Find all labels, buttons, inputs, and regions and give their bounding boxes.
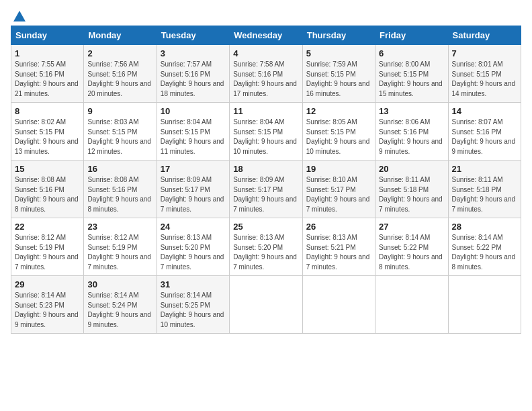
day-info: Sunrise: 8:14 AM Sunset: 5:25 PM Dayligh… <box>161 291 226 330</box>
day-info: Sunrise: 8:14 AM Sunset: 5:24 PM Dayligh… <box>87 291 152 330</box>
day-info: Sunrise: 8:13 AM Sunset: 5:20 PM Dayligh… <box>233 233 298 272</box>
day-info: Sunrise: 8:08 AM Sunset: 5:16 PM Dayligh… <box>87 175 152 214</box>
day-of-week-friday: Friday <box>375 26 448 45</box>
day-number: 17 <box>161 164 226 174</box>
day-info: Sunrise: 8:13 AM Sunset: 5:20 PM Dayligh… <box>161 233 226 272</box>
calendar-cell: 11 Sunrise: 8:04 AM Sunset: 5:15 PM Dayl… <box>230 103 302 161</box>
calendar-cell: 2 Sunrise: 7:56 AM Sunset: 5:16 PM Dayli… <box>84 45 157 103</box>
day-number: 1 <box>15 48 80 58</box>
calendar-cell: 13 Sunrise: 8:06 AM Sunset: 5:16 PM Dayl… <box>375 103 448 161</box>
day-number: 26 <box>306 222 371 232</box>
day-info: Sunrise: 7:57 AM Sunset: 5:16 PM Dayligh… <box>161 60 226 99</box>
calendar-cell: 23 Sunrise: 8:12 AM Sunset: 5:19 PM Dayl… <box>84 218 157 276</box>
day-info: Sunrise: 8:09 AM Sunset: 5:17 PM Dayligh… <box>233 175 298 214</box>
day-of-week-tuesday: Tuesday <box>157 26 229 45</box>
day-info: Sunrise: 8:04 AM Sunset: 5:15 PM Dayligh… <box>233 118 298 156</box>
calendar-cell: 28 Sunrise: 8:14 AM Sunset: 5:22 PM Dayl… <box>448 218 521 276</box>
day-info: Sunrise: 8:11 AM Sunset: 5:18 PM Dayligh… <box>379 175 444 214</box>
day-info: Sunrise: 7:56 AM Sunset: 5:16 PM Dayligh… <box>87 60 152 99</box>
day-number: 5 <box>306 48 371 58</box>
day-of-week-monday: Monday <box>84 26 157 45</box>
day-number: 24 <box>161 222 226 232</box>
day-info: Sunrise: 8:03 AM Sunset: 5:15 PM Dayligh… <box>87 118 152 156</box>
calendar-cell: 19 Sunrise: 8:10 AM Sunset: 5:17 PM Dayl… <box>302 161 375 218</box>
day-number: 27 <box>379 222 444 232</box>
day-number: 6 <box>379 48 444 58</box>
day-number: 18 <box>233 164 298 174</box>
day-number: 16 <box>87 164 152 174</box>
calendar-cell: 5 Sunrise: 7:59 AM Sunset: 5:15 PM Dayli… <box>302 45 375 103</box>
calendar-cell: 20 Sunrise: 8:11 AM Sunset: 5:18 PM Dayl… <box>375 161 448 218</box>
day-info: Sunrise: 8:10 AM Sunset: 5:17 PM Dayligh… <box>306 175 371 214</box>
day-number: 29 <box>15 279 80 289</box>
day-number: 12 <box>306 106 371 116</box>
day-info: Sunrise: 8:14 AM Sunset: 5:22 PM Dayligh… <box>379 233 444 272</box>
day-info: Sunrise: 8:09 AM Sunset: 5:17 PM Dayligh… <box>161 175 226 214</box>
day-info: Sunrise: 8:13 AM Sunset: 5:21 PM Dayligh… <box>306 233 371 272</box>
day-info: Sunrise: 8:05 AM Sunset: 5:15 PM Dayligh… <box>306 118 371 156</box>
day-info: Sunrise: 8:12 AM Sunset: 5:19 PM Dayligh… <box>87 233 152 272</box>
calendar-cell: 21 Sunrise: 8:11 AM Sunset: 5:18 PM Dayl… <box>448 161 521 218</box>
day-number: 11 <box>233 106 298 116</box>
day-number: 13 <box>379 106 444 116</box>
day-number: 2 <box>87 48 152 58</box>
calendar-cell: 16 Sunrise: 8:08 AM Sunset: 5:16 PM Dayl… <box>84 161 157 218</box>
day-info: Sunrise: 7:55 AM Sunset: 5:16 PM Dayligh… <box>15 60 80 99</box>
day-number: 9 <box>87 106 152 116</box>
calendar-cell: 7 Sunrise: 8:01 AM Sunset: 5:15 PM Dayli… <box>448 45 521 103</box>
day-info: Sunrise: 8:14 AM Sunset: 5:22 PM Dayligh… <box>452 233 517 272</box>
day-of-week-sunday: Sunday <box>11 26 84 45</box>
calendar-cell: 18 Sunrise: 8:09 AM Sunset: 5:17 PM Dayl… <box>230 161 302 218</box>
calendar-cell: 15 Sunrise: 8:08 AM Sunset: 5:16 PM Dayl… <box>11 161 84 218</box>
svg-marker-0 <box>13 11 26 21</box>
day-info: Sunrise: 8:07 AM Sunset: 5:16 PM Dayligh… <box>452 118 517 156</box>
day-info: Sunrise: 8:06 AM Sunset: 5:16 PM Dayligh… <box>379 118 444 156</box>
calendar-cell: 24 Sunrise: 8:13 AM Sunset: 5:20 PM Dayl… <box>157 218 229 276</box>
day-number: 7 <box>452 48 517 58</box>
calendar-table: SundayMondayTuesdayWednesdayThursdayFrid… <box>11 26 521 334</box>
day-number: 14 <box>452 106 517 116</box>
calendar-cell <box>448 276 521 334</box>
calendar-cell: 8 Sunrise: 8:02 AM Sunset: 5:15 PM Dayli… <box>11 103 84 161</box>
calendar-cell: 31 Sunrise: 8:14 AM Sunset: 5:25 PM Dayl… <box>157 276 229 334</box>
calendar-cell: 14 Sunrise: 8:07 AM Sunset: 5:16 PM Dayl… <box>448 103 521 161</box>
calendar-cell: 12 Sunrise: 8:05 AM Sunset: 5:15 PM Dayl… <box>302 103 375 161</box>
calendar-cell: 1 Sunrise: 7:55 AM Sunset: 5:16 PM Dayli… <box>11 45 84 103</box>
day-info: Sunrise: 7:58 AM Sunset: 5:16 PM Dayligh… <box>233 60 298 99</box>
logo-icon <box>12 9 27 24</box>
day-number: 8 <box>15 106 80 116</box>
day-number: 20 <box>379 164 444 174</box>
day-number: 23 <box>87 222 152 232</box>
calendar-cell: 30 Sunrise: 8:14 AM Sunset: 5:24 PM Dayl… <box>84 276 157 334</box>
calendar-cell <box>230 276 302 334</box>
day-of-week-saturday: Saturday <box>448 26 521 45</box>
calendar-cell: 4 Sunrise: 7:58 AM Sunset: 5:16 PM Dayli… <box>230 45 302 103</box>
day-number: 22 <box>15 222 80 232</box>
day-number: 28 <box>452 222 517 232</box>
calendar-cell: 3 Sunrise: 7:57 AM Sunset: 5:16 PM Dayli… <box>157 45 229 103</box>
calendar-cell: 25 Sunrise: 8:13 AM Sunset: 5:20 PM Dayl… <box>230 218 302 276</box>
day-info: Sunrise: 7:59 AM Sunset: 5:15 PM Dayligh… <box>306 60 371 99</box>
day-number: 30 <box>87 279 152 289</box>
calendar-cell <box>375 276 448 334</box>
day-number: 10 <box>161 106 226 116</box>
calendar-cell: 6 Sunrise: 8:00 AM Sunset: 5:15 PM Dayli… <box>375 45 448 103</box>
calendar-cell: 22 Sunrise: 8:12 AM Sunset: 5:19 PM Dayl… <box>11 218 84 276</box>
day-info: Sunrise: 8:00 AM Sunset: 5:15 PM Dayligh… <box>379 60 444 99</box>
day-of-week-thursday: Thursday <box>302 26 375 45</box>
day-number: 25 <box>233 222 298 232</box>
day-info: Sunrise: 8:08 AM Sunset: 5:16 PM Dayligh… <box>15 175 80 214</box>
day-info: Sunrise: 8:01 AM Sunset: 5:15 PM Dayligh… <box>452 60 517 99</box>
day-number: 4 <box>233 48 298 58</box>
calendar-cell: 17 Sunrise: 8:09 AM Sunset: 5:17 PM Dayl… <box>157 161 229 218</box>
day-number: 15 <box>15 164 80 174</box>
day-of-week-wednesday: Wednesday <box>230 26 302 45</box>
day-number: 31 <box>161 279 226 289</box>
day-number: 3 <box>161 48 226 58</box>
day-number: 21 <box>452 164 517 174</box>
calendar-cell: 29 Sunrise: 8:14 AM Sunset: 5:23 PM Dayl… <box>11 276 84 334</box>
calendar-cell: 27 Sunrise: 8:14 AM Sunset: 5:22 PM Dayl… <box>375 218 448 276</box>
page-header <box>11 11 521 20</box>
calendar-cell: 10 Sunrise: 8:04 AM Sunset: 5:15 PM Dayl… <box>157 103 229 161</box>
day-info: Sunrise: 8:11 AM Sunset: 5:18 PM Dayligh… <box>452 175 517 214</box>
